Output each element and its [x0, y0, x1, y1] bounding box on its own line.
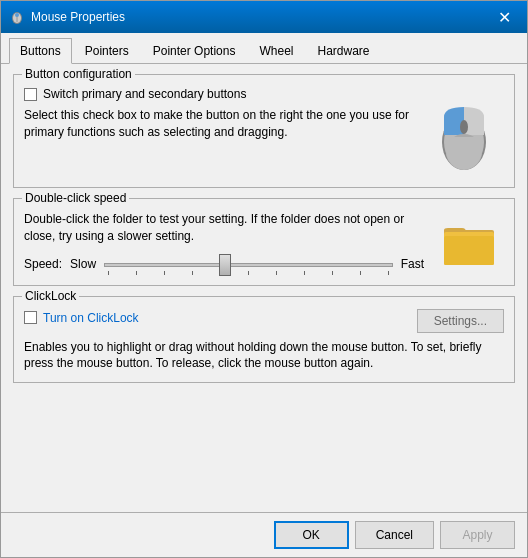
tab-hardware[interactable]: Hardware [306, 38, 380, 64]
clicklock-checkbox-row: Turn on ClickLock [24, 311, 139, 325]
double-click-content: Double-click the folder to test your set… [24, 211, 504, 275]
tick [332, 271, 333, 275]
title-bar-left: Mouse Properties [9, 9, 125, 25]
tab-bar: Buttons Pointers Pointer Options Wheel H… [1, 33, 527, 64]
tab-pointer-options[interactable]: Pointer Options [142, 38, 247, 64]
button-config-description: Select this check box to make the button… [24, 107, 424, 141]
primary-secondary-row: Switch primary and secondary buttons [24, 87, 424, 101]
button-config-top: Switch primary and secondary buttons Sel… [24, 87, 504, 177]
speed-slider-track[interactable] [104, 263, 393, 267]
ok-button[interactable]: OK [274, 521, 349, 549]
clicklock-row: Turn on ClickLock Settings... [24, 309, 504, 333]
primary-secondary-label: Switch primary and secondary buttons [43, 87, 246, 101]
tick [360, 271, 361, 275]
clicklock-settings-button[interactable]: Settings... [417, 309, 504, 333]
tick [388, 271, 389, 275]
svg-point-6 [460, 120, 468, 134]
button-config-group: Button configuration Switch primary and … [13, 74, 515, 188]
slow-label: Slow [70, 257, 96, 271]
close-button[interactable]: ✕ [481, 1, 527, 33]
button-config-content: Switch primary and secondary buttons Sel… [24, 87, 504, 177]
cancel-button[interactable]: Cancel [355, 521, 434, 549]
tab-content: Button configuration Switch primary and … [1, 64, 527, 512]
tab-wheel[interactable]: Wheel [248, 38, 304, 64]
tab-pointers[interactable]: Pointers [74, 38, 140, 64]
window-icon [9, 9, 25, 25]
double-click-title: Double-click speed [22, 191, 129, 205]
primary-secondary-checkbox[interactable] [24, 88, 37, 101]
button-config-left: Switch primary and secondary buttons Sel… [24, 87, 424, 177]
apply-button[interactable]: Apply [440, 521, 515, 549]
speed-slider-thumb[interactable] [219, 254, 231, 276]
bottom-bar: OK Cancel Apply [1, 512, 527, 557]
tick [248, 271, 249, 275]
tick [304, 271, 305, 275]
double-click-left: Double-click the folder to test your set… [24, 211, 424, 275]
speed-slider-container [104, 253, 393, 275]
mouse-properties-window: Mouse Properties ✕ Buttons Pointers Poin… [0, 0, 528, 558]
window-title: Mouse Properties [31, 10, 125, 24]
clicklock-description: Enables you to highlight or drag without… [24, 339, 504, 373]
double-click-group: Double-click speed Double-click the fold… [13, 198, 515, 286]
tick [108, 271, 109, 275]
clicklock-title: ClickLock [22, 289, 79, 303]
mouse-image [434, 97, 494, 177]
tab-buttons[interactable]: Buttons [9, 38, 72, 64]
mouse-image-area [424, 97, 504, 177]
clicklock-label: Turn on ClickLock [43, 311, 139, 325]
folder-icon-area [434, 211, 504, 275]
clicklock-content: Turn on ClickLock Settings... Enables yo… [24, 309, 504, 373]
double-click-description: Double-click the folder to test your set… [24, 211, 424, 245]
svg-point-3 [15, 13, 19, 17]
clicklock-checkbox[interactable] [24, 311, 37, 324]
speed-label: Speed: [24, 257, 62, 271]
fast-label: Fast [401, 257, 424, 271]
tick [276, 271, 277, 275]
button-config-title: Button configuration [22, 67, 135, 81]
speed-row: Speed: Slow [24, 253, 424, 275]
tick [192, 271, 193, 275]
tick [136, 271, 137, 275]
title-bar: Mouse Properties ✕ [1, 1, 527, 33]
folder-icon [442, 218, 497, 268]
tick [164, 271, 165, 275]
slider-ticks [104, 271, 393, 275]
clicklock-group: ClickLock Turn on ClickLock Settings... … [13, 296, 515, 384]
svg-rect-10 [444, 236, 494, 265]
